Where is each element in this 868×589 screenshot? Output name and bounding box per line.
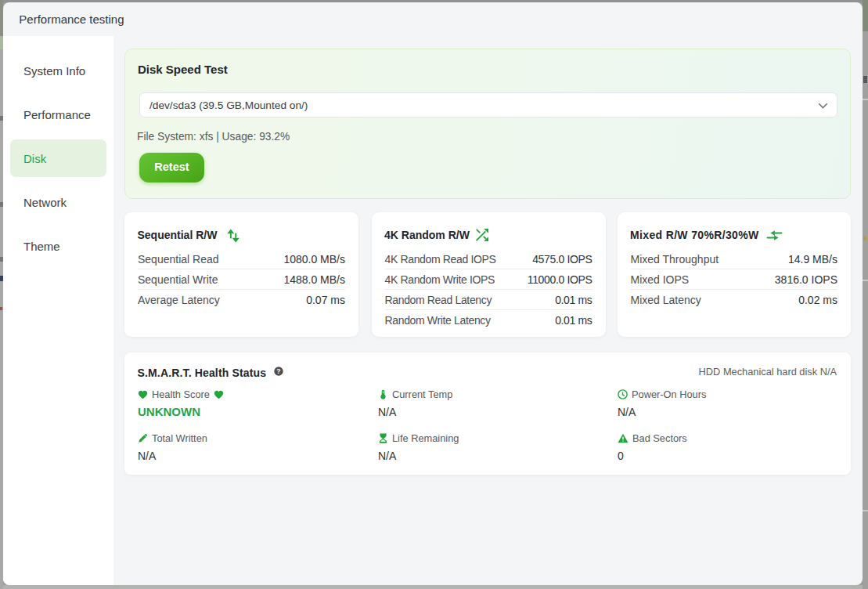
svg-text:?: ? bbox=[276, 367, 280, 375]
